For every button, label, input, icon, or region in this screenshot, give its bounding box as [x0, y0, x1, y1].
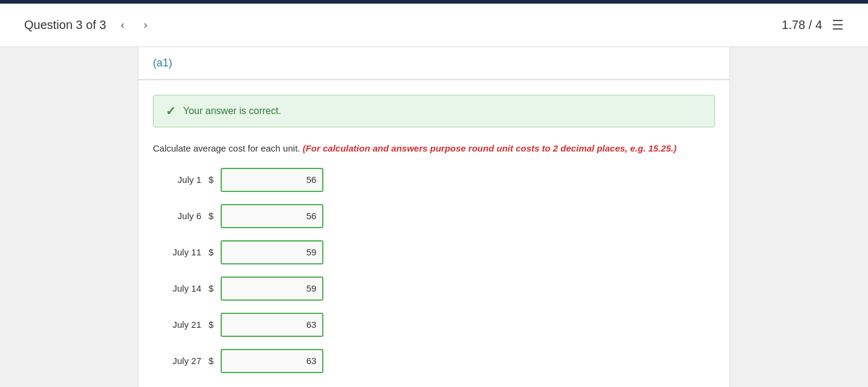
fields-container: July 1$July 6$July 11$July 14$July 21$Ju… — [153, 168, 715, 373]
cost-input[interactable] — [221, 168, 323, 192]
date-label: July 1 — [153, 174, 201, 185]
header: Question 3 of 3 ‹ › 1.78 / 4 ☰ — [0, 4, 868, 47]
score-display: 1.78 / 4 — [782, 18, 822, 32]
instruction-highlight: (For calculation and answers purpose rou… — [303, 143, 677, 153]
next-question-button[interactable]: › — [139, 16, 152, 34]
prev-question-button[interactable]: ‹ — [116, 16, 129, 34]
question-counter: Question 3 of 3 — [24, 18, 106, 32]
cost-input[interactable] — [221, 277, 323, 301]
section-label: (a1) — [153, 57, 172, 69]
correct-message: Your answer is correct. — [183, 106, 281, 117]
field-row: July 11$ — [153, 240, 715, 264]
list-icon[interactable]: ☰ — [832, 18, 844, 33]
section-header: (a1) — [138, 47, 730, 80]
date-label: July 14 — [153, 283, 201, 293]
correct-banner: ✓ Your answer is correct. — [153, 95, 715, 127]
field-row: July 14$ — [153, 277, 715, 301]
cost-input[interactable] — [221, 313, 323, 337]
date-label: July 21 — [153, 319, 201, 330]
dollar-sign: $ — [209, 211, 213, 221]
cost-input[interactable] — [221, 240, 323, 264]
dollar-sign: $ — [209, 356, 213, 366]
dollar-sign: $ — [209, 174, 213, 185]
cost-input[interactable] — [221, 349, 323, 373]
checkmark-icon: ✓ — [166, 104, 176, 118]
instruction-text: Calculate average cost for each unit. (F… — [153, 142, 715, 156]
date-label: July 11 — [153, 247, 201, 257]
field-row: July 6$ — [153, 204, 715, 228]
dollar-sign: $ — [209, 247, 213, 257]
cost-input[interactable] — [221, 204, 323, 228]
dollar-sign: $ — [209, 319, 213, 330]
header-left: Question 3 of 3 ‹ › — [24, 16, 152, 34]
field-row: July 1$ — [153, 168, 715, 192]
date-label: July 27 — [153, 356, 201, 366]
field-row: July 21$ — [153, 313, 715, 337]
content-area: (a1) ✓ Your answer is correct. Calculate… — [138, 47, 730, 387]
date-label: July 6 — [153, 211, 201, 221]
dollar-sign: $ — [209, 283, 213, 293]
field-row: July 27$ — [153, 349, 715, 373]
header-right: 1.78 / 4 ☰ — [782, 18, 844, 33]
instruction-static: Calculate average cost for each unit. — [153, 143, 303, 153]
main-content: ✓ Your answer is correct. Calculate aver… — [138, 80, 730, 387]
